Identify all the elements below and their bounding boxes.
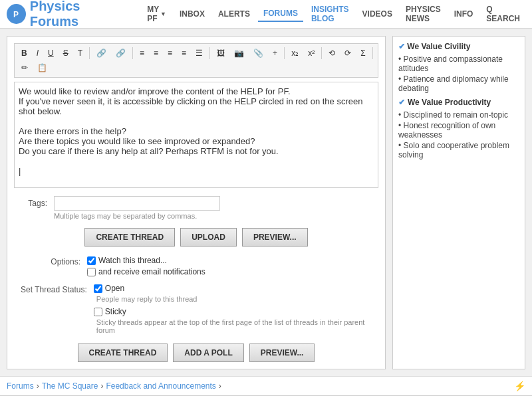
- content-line1: We would like to review and/or improve t…: [19, 86, 374, 96]
- sep6: [372, 47, 373, 59]
- list3-btn[interactable]: ≡: [164, 47, 176, 60]
- checkmark-icon-2: ✔: [398, 98, 405, 107]
- logo-area[interactable]: P Physics Forums: [7, 0, 128, 29]
- feed-icon: ⚡: [514, 381, 525, 391]
- breadcrumb-sep2: ›: [100, 381, 103, 391]
- sticky-hint: Sticky threads appear at the top of the …: [96, 318, 372, 334]
- tags-right: Multiple tags may be separated by commas…: [54, 196, 378, 220]
- email-notif-checkbox[interactable]: [87, 268, 96, 276]
- watch-thread-label: Watch this thread...: [98, 256, 167, 265]
- sep4: [284, 47, 285, 59]
- add-poll-button[interactable]: ADD A POLL: [173, 344, 243, 362]
- link2-btn[interactable]: 🔗: [112, 47, 130, 60]
- photo-btn[interactable]: 📷: [230, 47, 248, 60]
- sidebar-civility-title: ✔ We Value Civility: [398, 42, 519, 51]
- email-notif-label: and receive email notifications: [98, 267, 205, 276]
- strikethrough-btn[interactable]: S: [59, 47, 72, 60]
- breadcrumb-feedback[interactable]: Feedback and Announcements: [106, 381, 215, 391]
- pencil-btn[interactable]: ✏: [17, 61, 32, 74]
- undo-btn[interactable]: ⟲: [325, 47, 339, 60]
- logo-text: Physics Forums: [30, 0, 128, 29]
- link-btn[interactable]: 🔗: [92, 47, 110, 60]
- tags-input[interactable]: [54, 196, 220, 211]
- text-editor-content[interactable]: We would like to review and/or improve t…: [14, 82, 378, 188]
- text-btn[interactable]: T: [74, 47, 86, 60]
- breadcrumb-sep3: ›: [219, 381, 221, 391]
- sidebar-item-1: Positive and compassionate attitudes: [398, 54, 519, 74]
- image-btn[interactable]: 🖼: [213, 47, 229, 60]
- sidebar: ✔ We Value Civility Positive and compass…: [392, 36, 525, 369]
- bold-btn[interactable]: B: [17, 47, 31, 60]
- redo-btn[interactable]: ⟳: [340, 47, 355, 60]
- header: P Physics Forums MY PF ▼ INBOX ALERTS FO…: [0, 0, 532, 29]
- sidebar-item-2: Patience and diplomacy while debating: [398, 74, 519, 94]
- preview-button-bottom[interactable]: PREVIEW...: [249, 344, 315, 362]
- options-label: Options:: [21, 256, 80, 266]
- content-line4: Are there errors in the help?: [19, 126, 374, 136]
- nav-videos[interactable]: VIDEOS: [357, 7, 398, 21]
- nav-inbox[interactable]: INBOX: [174, 7, 210, 21]
- list4-btn[interactable]: ≡: [178, 47, 190, 60]
- tags-label: Tags:: [14, 196, 47, 208]
- italic-btn[interactable]: I: [33, 47, 43, 60]
- upload-button[interactable]: UPLOAD: [180, 228, 237, 247]
- content-line6: Do you care if there is any help at all?…: [19, 146, 374, 156]
- status-row: Set Thread Status: Open People may reply…: [21, 284, 372, 334]
- create-thread-button-bottom[interactable]: CREATE THREAD: [78, 344, 168, 362]
- nav-my-pf[interactable]: MY PF ▼: [142, 2, 172, 26]
- content-line5: Are there topics you would like to see i…: [19, 136, 374, 146]
- main-container: B I U S T 🔗 🔗 ≡ ≡ ≡ ≡ ☰ 🖼 📷 📎 + x₂ x² ⟲ …: [0, 29, 532, 376]
- checkmark-icon: ✔: [398, 42, 405, 51]
- sticky-label: Sticky: [105, 307, 126, 316]
- sep1: [89, 47, 90, 59]
- nav-info[interactable]: INFO: [449, 7, 479, 21]
- sub-btn[interactable]: x₂: [287, 47, 303, 60]
- preview-button-top[interactable]: PREVIEW...: [242, 228, 308, 247]
- watch-options-row: Options: Watch this thread... and receiv…: [21, 256, 372, 278]
- logo-icon: P: [7, 4, 26, 24]
- tags-hint: Multiple tags may be separated by commas…: [54, 212, 378, 220]
- open-checkbox[interactable]: [94, 284, 102, 293]
- breadcrumb-mc-square[interactable]: The MC Square: [42, 381, 98, 391]
- svg-text:P: P: [13, 10, 19, 19]
- nav-physics-news[interactable]: PHYSICS NEWS: [400, 2, 446, 26]
- sticky-checkbox[interactable]: [94, 308, 102, 316]
- watch-thread-row: Watch this thread...: [87, 256, 372, 265]
- dropdown-arrow: ▼: [160, 11, 166, 17]
- add-btn[interactable]: +: [269, 47, 281, 60]
- nav-alerts[interactable]: ALERTS: [213, 7, 255, 21]
- editor-toolbar: B I U S T 🔗 🔗 ≡ ≡ ≡ ≡ ☰ 🖼 📷 📎 + x₂ x² ⟲ …: [14, 43, 378, 78]
- bottom-buttons-row: CREATE THREAD ADD A POLL PREVIEW...: [14, 344, 378, 362]
- breadcrumb-forums[interactable]: Forums: [7, 381, 34, 391]
- sup-btn[interactable]: x²: [304, 47, 319, 60]
- sep3: [209, 47, 210, 59]
- content-line2: If you've never seen it, it is accessibl…: [19, 96, 374, 116]
- sidebar-item-4: Honest recognition of own weaknesses: [398, 120, 519, 140]
- nav-search[interactable]: Q SEARCH: [481, 2, 525, 26]
- list2-btn[interactable]: ≡: [150, 47, 162, 60]
- watch-thread-checkbox[interactable]: [87, 256, 96, 265]
- nav-insights[interactable]: INSIGHTS BLOG: [306, 2, 354, 26]
- underline-btn[interactable]: U: [44, 47, 58, 60]
- sidebar-item-3: Disciplined to remain on-topic: [398, 110, 519, 120]
- sigma-btn[interactable]: Σ: [356, 47, 369, 60]
- main-nav: MY PF ▼ INBOX ALERTS FORUMS INSIGHTS BLO…: [142, 2, 525, 26]
- email-notif-row: and receive email notifications: [87, 267, 372, 276]
- status-content: Open People may reply to this thread Sti…: [94, 284, 372, 334]
- editor-panel: B I U S T 🔗 🔗 ≡ ≡ ≡ ≡ ☰ 🖼 📷 📎 + x₂ x² ⟲ …: [7, 36, 386, 369]
- create-thread-button-top[interactable]: CREATE THREAD: [84, 228, 175, 247]
- open-label: Open: [105, 284, 124, 293]
- list1-btn[interactable]: ≡: [136, 47, 148, 60]
- sidebar-productivity-title: ✔ We Value Productivity: [398, 98, 519, 107]
- list5-btn[interactable]: ☰: [192, 47, 207, 60]
- breadcrumb: Forums › The MC Square › Feedback and An…: [0, 376, 532, 395]
- sidebar-item-5: Solo and cooperative problem solving: [398, 140, 519, 160]
- clipboard-btn[interactable]: 📋: [33, 61, 51, 74]
- nav-forums[interactable]: FORUMS: [258, 6, 303, 22]
- attach-btn[interactable]: 📎: [249, 47, 267, 60]
- top-buttons-row: CREATE THREAD UPLOAD PREVIEW...: [14, 228, 378, 247]
- breadcrumb-sep1: ›: [37, 381, 39, 391]
- open-status-row: Open: [94, 284, 372, 293]
- options-section: Options: Watch this thread... and receiv…: [14, 256, 378, 334]
- sep2: [132, 47, 133, 59]
